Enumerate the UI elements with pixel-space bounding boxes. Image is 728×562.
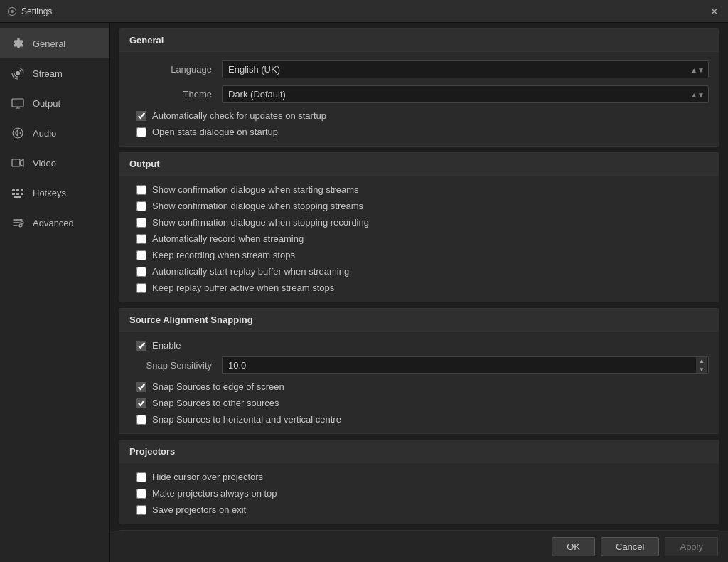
content-area: General Language English (UK) ▲▼: [110, 23, 728, 562]
always-top-row: Make projectors always on top: [129, 488, 709, 499]
svg-rect-11: [21, 193, 23, 195]
sidebar-label-general: General: [33, 38, 65, 49]
output-section-body: Show confirmation dialogue when starting…: [119, 176, 719, 302]
confirm-stop-rec-label: Show confirmation dialogue when stopping…: [152, 217, 369, 228]
sensitivity-input[interactable]: [222, 356, 709, 374]
cancel-button[interactable]: Cancel: [601, 537, 659, 556]
snap-edge-label: Snap Sources to edge of screen: [152, 381, 284, 392]
theme-select-wrap: Dark (Default) ▲▼: [222, 85, 709, 103]
projectors-section: Projectors Hide cursor over projectors M…: [119, 440, 719, 524]
sensitivity-control: ▲ ▼: [222, 356, 709, 374]
open-stats-checkbox[interactable]: [136, 127, 146, 137]
app-icon: [7, 6, 17, 16]
auto-check-row: Automatically check for updates on start…: [129, 110, 709, 121]
sidebar-label-advanced: Advanced: [33, 218, 74, 228]
save-proj-checkbox[interactable]: [136, 505, 146, 515]
snap-centre-checkbox[interactable]: [136, 415, 146, 425]
sidebar-label-stream: Stream: [33, 68, 63, 79]
keep-rec-row: Keep recording when stream stops: [129, 250, 709, 260]
keep-replay-checkbox[interactable]: [136, 283, 146, 293]
always-top-checkbox[interactable]: [136, 489, 146, 499]
snapping-section-header: Source Alignment Snapping: [119, 309, 719, 332]
save-proj-row: Save projectors on exit: [129, 504, 709, 515]
close-button[interactable]: ✕: [708, 5, 721, 18]
general-section-body: Language English (UK) ▲▼ Theme: [119, 52, 719, 146]
ok-button[interactable]: OK: [552, 537, 595, 556]
projectors-section-body: Hide cursor over projectors Make project…: [119, 463, 719, 524]
output-section: Output Show confirmation dialogue when s…: [119, 152, 719, 302]
confirm-start-checkbox[interactable]: [136, 185, 146, 195]
theme-select[interactable]: Dark (Default): [222, 85, 709, 103]
keep-rec-label: Keep recording when stream stops: [152, 250, 295, 260]
snap-enable-row: Enable: [129, 340, 709, 351]
stream-icon: [10, 65, 26, 81]
auto-replay-row: Automatically start replay buffer when s…: [129, 266, 709, 277]
svg-point-14: [19, 224, 22, 227]
svg-rect-5: [12, 159, 20, 166]
hide-cursor-checkbox[interactable]: [136, 472, 146, 482]
confirm-stop-stream-row: Show confirmation dialogue when stopping…: [129, 201, 709, 211]
snap-enable-checkbox[interactable]: [136, 341, 146, 351]
snap-centre-label: Snap Sources to horizontal and vertical …: [152, 414, 341, 425]
snap-edge-checkbox[interactable]: [136, 382, 146, 392]
theme-control: Dark (Default) ▲▼: [222, 85, 709, 103]
sidebar-item-output[interactable]: Output: [0, 88, 109, 118]
title-bar: Settings ✕: [0, 0, 728, 23]
open-stats-row: Open stats dialogue on startup: [129, 127, 709, 137]
confirm-start-label: Show confirmation dialogue when starting…: [152, 184, 358, 195]
sensitivity-number-wrap: ▲ ▼: [222, 356, 709, 374]
hotkeys-icon: [10, 185, 26, 201]
snap-edge-row: Snap Sources to edge of screen: [129, 381, 709, 392]
sidebar-item-hotkeys[interactable]: Hotkeys: [0, 178, 109, 208]
apply-button[interactable]: Apply: [665, 537, 718, 556]
snap-centre-row: Snap Sources to horizontal and vertical …: [129, 414, 709, 425]
general-section-header: General: [119, 29, 719, 52]
language-row: Language English (UK) ▲▼: [129, 60, 709, 78]
main-layout: General Stream Output Audio: [0, 23, 728, 562]
snap-other-row: Snap Sources to other sources: [129, 398, 709, 408]
svg-point-13: [21, 221, 23, 224]
confirm-stop-rec-checkbox[interactable]: [136, 218, 146, 228]
title-bar-left: Settings: [7, 6, 52, 16]
keep-replay-label: Keep replay buffer active when stream st…: [152, 282, 334, 293]
sidebar-label-audio: Audio: [33, 128, 56, 139]
auto-replay-checkbox[interactable]: [136, 267, 146, 277]
language-select[interactable]: English (UK): [222, 60, 709, 78]
sidebar-label-output: Output: [33, 98, 60, 109]
keep-rec-checkbox[interactable]: [136, 250, 146, 260]
output-section-header: Output: [119, 153, 719, 176]
theme-label: Theme: [129, 89, 222, 100]
general-section: General Language English (UK) ▲▼: [119, 28, 719, 147]
auto-record-row: Automatically record when streaming: [129, 233, 709, 244]
language-control: English (UK) ▲▼: [222, 60, 709, 78]
advanced-icon: [10, 215, 26, 230]
snap-other-checkbox[interactable]: [136, 398, 146, 408]
confirm-stop-stream-checkbox[interactable]: [136, 201, 146, 211]
keep-replay-row: Keep replay buffer active when stream st…: [129, 282, 709, 293]
auto-record-label: Automatically record when streaming: [152, 233, 304, 244]
sidebar-item-stream[interactable]: Stream: [0, 58, 109, 88]
sidebar: General Stream Output Audio: [0, 23, 110, 562]
bottom-bar: OK Cancel Apply: [110, 531, 728, 562]
output-icon: [10, 95, 26, 111]
auto-record-checkbox[interactable]: [136, 234, 146, 244]
sidebar-item-general[interactable]: General: [0, 28, 109, 58]
video-icon: [10, 155, 26, 171]
confirm-stop-rec-row: Show confirmation dialogue when stopping…: [129, 217, 709, 228]
sensitivity-up-button[interactable]: ▲: [696, 357, 707, 366]
sidebar-item-advanced[interactable]: Advanced: [0, 208, 109, 238]
sidebar-item-video[interactable]: Video: [0, 148, 109, 178]
auto-check-checkbox[interactable]: [136, 111, 146, 121]
sensitivity-spinners: ▲ ▼: [696, 357, 707, 373]
confirm-stop-stream-label: Show confirmation dialogue when stopping…: [152, 201, 363, 211]
sidebar-item-audio[interactable]: Audio: [0, 118, 109, 148]
hide-cursor-label: Hide cursor over projectors: [152, 472, 263, 482]
gear-icon: [10, 36, 26, 51]
sidebar-label-hotkeys: Hotkeys: [33, 188, 66, 198]
projectors-section-header: Projectors: [119, 440, 719, 463]
sensitivity-row: Snap Sensitivity ▲ ▼: [129, 356, 709, 374]
content-scroll[interactable]: General Language English (UK) ▲▼: [110, 23, 728, 531]
sensitivity-down-button[interactable]: ▼: [696, 366, 707, 374]
theme-row: Theme Dark (Default) ▲▼: [129, 85, 709, 103]
confirm-start-row: Show confirmation dialogue when starting…: [129, 184, 709, 195]
